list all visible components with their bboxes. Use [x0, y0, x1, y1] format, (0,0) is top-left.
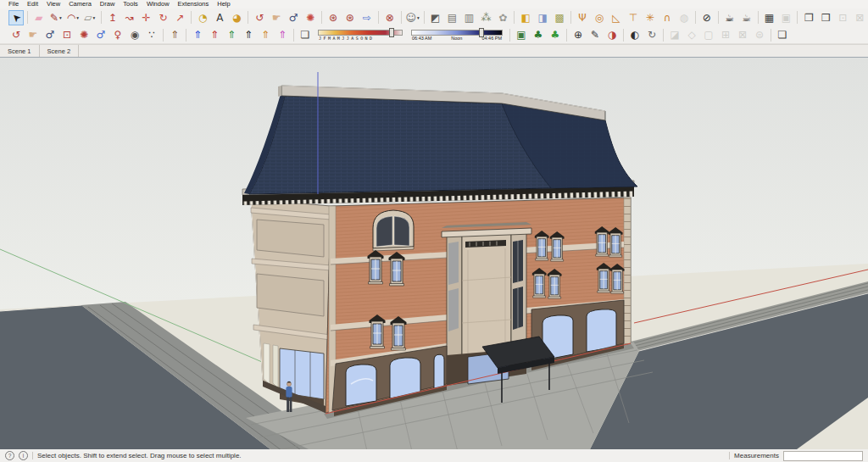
- vray-toolbar-button[interactable]: ⊘: [698, 10, 715, 25]
- time-gradient: [411, 30, 503, 36]
- scene-tab-2[interactable]: Scene 2: [40, 45, 80, 57]
- section-plane-tool[interactable]: ◩: [427, 10, 443, 25]
- pano-preview-button: ⊡: [835, 10, 851, 25]
- arc-tool[interactable]: ◠▾: [64, 10, 81, 25]
- look-around-tool[interactable]: ◉: [127, 27, 143, 42]
- walk-tool[interactable]: ∵: [144, 27, 160, 42]
- viewport-render-window-button[interactable]: ❒: [818, 10, 834, 25]
- edit-matched-photo-button[interactable]: ⊛: [342, 10, 358, 25]
- extension-torus-tool[interactable]: ◎: [592, 10, 608, 25]
- menu-file[interactable]: File: [4, 0, 23, 8]
- extension-goblet-tool[interactable]: Ψ: [575, 10, 591, 25]
- menu-camera[interactable]: Camera: [64, 0, 96, 8]
- followme-tool[interactable]: ↝: [121, 10, 137, 25]
- face-me-component-button[interactable]: ☺▾: [404, 10, 420, 25]
- extension-stake-tool[interactable]: ⊤: [625, 10, 641, 25]
- component-window-button[interactable]: ▣: [514, 27, 530, 42]
- scale-tool[interactable]: ↗: [172, 10, 188, 25]
- toolbar-separator: [248, 11, 248, 24]
- vray-batch-render-button: ▣: [778, 10, 794, 25]
- solid-outer-shell-button[interactable]: ◧: [518, 10, 534, 25]
- move-tool[interactable]: ✛: [138, 10, 154, 25]
- menu-extensions[interactable]: Extensions: [174, 0, 214, 8]
- vray-render-button[interactable]: ☕: [721, 10, 737, 25]
- pan-tool[interactable]: ☛: [269, 10, 285, 25]
- toolbar-separator: [663, 29, 664, 42]
- tree-3d-button[interactable]: ♣: [548, 27, 564, 42]
- shadow-date-slider[interactable]: JFMAMJJASOND: [318, 28, 403, 42]
- north-arrow-button[interactable]: ⊕: [570, 27, 587, 42]
- zoom-tool[interactable]: ♂: [42, 27, 58, 42]
- layer-button-p[interactable]: ⇑: [275, 27, 291, 42]
- date-slider-thumb[interactable]: [389, 28, 394, 37]
- menu-edit[interactable]: Edit: [23, 0, 42, 8]
- layer-button-g[interactable]: ⇑: [224, 27, 240, 42]
- scene-tab-1[interactable]: Scene 1: [0, 45, 40, 57]
- zoom-extents-tool[interactable]: ✺: [76, 27, 92, 42]
- menu-help[interactable]: Help: [213, 0, 234, 8]
- time-slider-thumb[interactable]: [479, 28, 484, 37]
- swap-materials-button[interactable]: ◐: [627, 27, 643, 42]
- tape-measure-tool[interactable]: ◔: [195, 10, 211, 25]
- zoom-tool[interactable]: ♂: [286, 10, 302, 25]
- toolbar-separator: [695, 11, 696, 24]
- advanced-camera-button[interactable]: ⊗: [381, 10, 398, 25]
- geolocation-icon[interactable]: ?: [5, 451, 14, 460]
- zoom-photo-tool[interactable]: ♂: [93, 27, 109, 42]
- vray-interactive-render-button[interactable]: ☕: [738, 10, 754, 25]
- orbit-tool[interactable]: ↺: [8, 27, 25, 42]
- export-2d-button[interactable]: ⇨: [359, 10, 375, 25]
- rectangle-tool[interactable]: ▱▾: [81, 10, 97, 25]
- match-photo-button[interactable]: ⊛: [325, 10, 341, 25]
- text-tool[interactable]: A: [212, 10, 228, 25]
- update-reference-button[interactable]: ↻: [644, 27, 660, 42]
- select-tool[interactable]: ➤: [8, 10, 25, 25]
- eraser-tool[interactable]: ▰: [31, 10, 47, 25]
- extension-dome-tool[interactable]: ∩: [659, 10, 675, 25]
- display-section-cuts-button[interactable]: ▥: [461, 10, 477, 25]
- toggle-shadows-button[interactable]: ❏: [298, 27, 314, 42]
- set-north-button[interactable]: ✎: [587, 27, 604, 42]
- display-section-planes-button[interactable]: ▤: [444, 10, 460, 25]
- shadow-time-slider[interactable]: 06:43 AMNoon04:46 PM: [411, 28, 503, 42]
- style-hidden-line-button: ▢: [701, 27, 717, 42]
- zoom-window-tool[interactable]: ⊡: [59, 27, 75, 42]
- menu-draw[interactable]: Draw: [96, 0, 120, 8]
- layer-button-x[interactable]: ⇑: [258, 27, 274, 42]
- extension-sail-tool[interactable]: ◺: [609, 10, 625, 25]
- choose-style-button[interactable]: ❏: [775, 27, 791, 42]
- toolbar-separator: [758, 11, 759, 24]
- pan-tool[interactable]: ☛: [25, 27, 42, 42]
- orbit-tool[interactable]: ↺: [252, 10, 268, 25]
- model-canvas[interactable]: [0, 58, 868, 449]
- fur-tool[interactable]: ⁂: [478, 10, 494, 25]
- toolbar-separator: [424, 11, 425, 24]
- menu-view[interactable]: View: [42, 0, 64, 8]
- paint-bucket-tool[interactable]: ◕: [229, 10, 245, 25]
- toolbar-separator: [401, 11, 402, 24]
- move-to-layer-button[interactable]: ⇑: [167, 27, 183, 42]
- solid-intersect-button[interactable]: ◨: [535, 10, 551, 25]
- layer-button-j[interactable]: ⇑: [190, 27, 206, 42]
- layer-button-r[interactable]: ⇑: [207, 27, 223, 42]
- credits-icon[interactable]: i: [19, 451, 28, 460]
- viewport-render-button[interactable]: ❐: [801, 10, 817, 25]
- zoom-extents-tool[interactable]: ✺: [303, 10, 319, 25]
- toolbar-separator: [321, 11, 322, 24]
- line-tool[interactable]: ✎▾: [47, 10, 64, 25]
- north-angle-button[interactable]: ◑: [604, 27, 620, 42]
- model-viewport[interactable]: [0, 57, 868, 449]
- tree-2d-button[interactable]: ♣: [531, 27, 547, 42]
- layer-button-n[interactable]: ⇑: [241, 27, 257, 42]
- menu-tools[interactable]: Tools: [119, 0, 142, 8]
- rotate-tool[interactable]: ↻: [155, 10, 171, 25]
- solid-union-button[interactable]: ▩: [552, 10, 568, 25]
- pushpull-tool[interactable]: ↥: [104, 10, 120, 25]
- menu-window[interactable]: Window: [142, 0, 174, 8]
- leaf-material-button[interactable]: ✿: [495, 10, 511, 25]
- position-camera-tool[interactable]: ♀: [110, 27, 126, 42]
- vray-frame-buffer-button[interactable]: ▦: [761, 10, 777, 25]
- extension-sun-tool[interactable]: ✳: [642, 10, 658, 25]
- measurements-input[interactable]: [783, 451, 863, 461]
- style-shaded-button: ⊞: [718, 27, 734, 42]
